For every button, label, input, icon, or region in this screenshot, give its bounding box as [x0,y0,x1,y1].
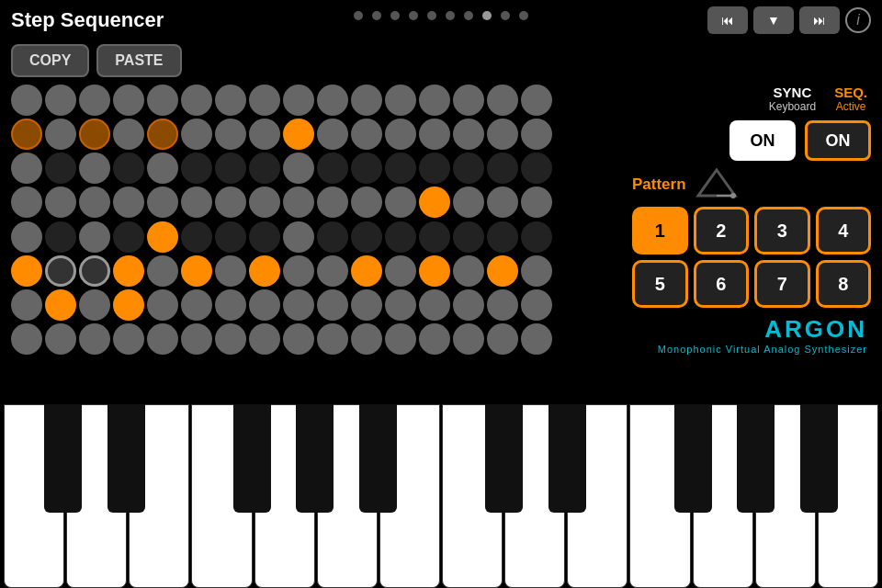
pattern-btn-4[interactable]: 4 [816,207,872,254]
step-6-7[interactable] [249,289,280,321]
step-7-4[interactable] [147,323,178,355]
step-4-13[interactable] [453,221,484,253]
black-key-1[interactable] [44,404,82,513]
step-3-2[interactable] [79,187,110,218]
step-6-10[interactable] [351,289,382,321]
step-1-11[interactable] [385,119,416,150]
step-5-1[interactable] [45,255,76,287]
step-4-12[interactable] [419,221,450,253]
step-3-6[interactable] [215,187,246,218]
step-0-9[interactable] [317,85,348,116]
step-2-2[interactable] [79,153,110,184]
black-key-4[interactable] [233,404,271,513]
step-4-8[interactable] [283,221,314,253]
step-5-5[interactable] [181,255,212,287]
step-4-2[interactable] [79,221,110,253]
step-7-15[interactable] [521,323,552,355]
step-7-14[interactable] [487,323,518,355]
step-3-10[interactable] [351,187,382,218]
step-0-12[interactable] [419,85,450,116]
paste-button[interactable]: PASTE [96,44,181,77]
step-4-1[interactable] [45,221,76,253]
step-1-14[interactable] [487,119,518,150]
sync-on-button[interactable]: ON [729,120,796,161]
black-key-5[interactable] [296,404,334,513]
step-2-5[interactable] [181,153,212,184]
pattern-btn-1[interactable]: 1 [632,207,688,254]
step-5-12[interactable] [419,255,450,287]
step-4-3[interactable] [113,221,144,253]
step-6-1[interactable] [45,289,76,321]
step-2-4[interactable] [147,153,178,184]
step-1-7[interactable] [249,119,280,150]
step-5-3[interactable] [113,255,144,287]
step-5-6[interactable] [215,255,246,287]
step-7-1[interactable] [45,323,76,355]
step-0-7[interactable] [249,85,280,116]
step-2-10[interactable] [351,153,382,184]
step-2-1[interactable] [45,153,76,184]
step-2-0[interactable] [11,153,42,184]
step-7-12[interactable] [419,323,450,355]
step-2-12[interactable] [419,153,450,184]
step-6-12[interactable] [419,289,450,321]
step-3-9[interactable] [317,187,348,218]
step-1-4[interactable] [147,119,178,150]
step-7-2[interactable] [79,323,110,355]
step-3-1[interactable] [45,187,76,218]
step-3-13[interactable] [453,187,484,218]
step-1-9[interactable] [317,119,348,150]
step-5-14[interactable] [487,255,518,287]
step-5-15[interactable] [521,255,552,287]
step-6-0[interactable] [11,289,42,321]
step-0-0[interactable] [11,85,42,116]
step-3-4[interactable] [147,187,178,218]
step-5-13[interactable] [453,255,484,287]
step-5-0[interactable] [11,255,42,287]
step-0-8[interactable] [283,85,314,116]
step-0-3[interactable] [113,85,144,116]
step-0-11[interactable] [385,85,416,116]
step-4-4[interactable] [147,221,178,253]
rewind-button[interactable]: ⏮ [707,6,748,34]
step-1-0[interactable] [11,119,42,150]
forward-button[interactable]: ⏭ [799,6,840,34]
black-key-2[interactable] [107,404,145,513]
step-7-6[interactable] [215,323,246,355]
step-6-3[interactable] [113,289,144,321]
black-key-11[interactable] [674,404,712,513]
step-0-6[interactable] [215,85,246,116]
step-5-9[interactable] [317,255,348,287]
step-7-3[interactable] [113,323,144,355]
step-0-14[interactable] [487,85,518,116]
step-2-9[interactable] [317,153,348,184]
copy-button[interactable]: COPY [11,44,89,77]
black-key-8[interactable] [485,404,523,513]
step-4-15[interactable] [521,221,552,253]
step-1-8[interactable] [283,119,314,150]
step-3-14[interactable] [487,187,518,218]
step-2-13[interactable] [453,153,484,184]
step-3-8[interactable] [283,187,314,218]
step-0-4[interactable] [147,85,178,116]
step-6-14[interactable] [487,289,518,321]
step-6-9[interactable] [317,289,348,321]
seq-on-button[interactable]: ON [805,120,871,161]
step-0-1[interactable] [45,85,76,116]
step-2-8[interactable] [283,153,314,184]
step-3-12[interactable] [419,187,450,218]
step-0-15[interactable] [521,85,552,116]
step-2-6[interactable] [215,153,246,184]
step-3-15[interactable] [521,187,552,218]
step-1-13[interactable] [453,119,484,150]
step-1-5[interactable] [181,119,212,150]
step-5-7[interactable] [249,255,280,287]
step-2-7[interactable] [249,153,280,184]
pattern-btn-3[interactable]: 3 [754,207,810,254]
pattern-btn-6[interactable]: 6 [694,260,750,308]
step-6-2[interactable] [79,289,110,321]
step-6-6[interactable] [215,289,246,321]
step-0-2[interactable] [79,85,110,116]
black-key-6[interactable] [359,404,397,513]
step-0-10[interactable] [351,85,382,116]
